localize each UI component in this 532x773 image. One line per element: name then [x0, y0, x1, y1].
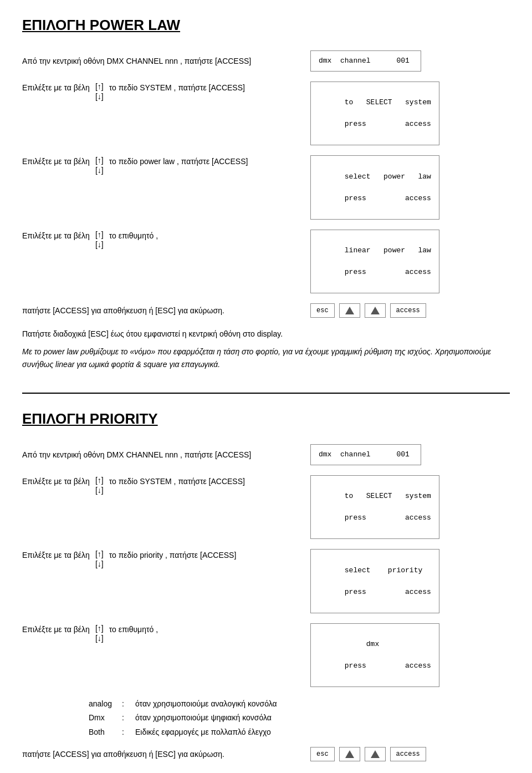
section1-esc-access: esc access: [310, 303, 426, 318]
section1-step1-lcd: to SELECT system press access: [310, 82, 439, 146]
section-power-law: ΕΠΙΛΟΓΗ POWER LAW Από την κεντρική οθόνη…: [22, 17, 510, 370]
section2-step2-action: το πεδίο priority , πατήστε [ACCESS]: [109, 549, 237, 561]
section1-intro-text: Από την κεντρική οθόνη DMX CHANNEL nnn ,…: [22, 57, 310, 65]
section2-triangle-up-btn[interactable]: [339, 747, 360, 761]
section1-triangle-up2-btn[interactable]: [365, 303, 386, 318]
section1-step2-prefix: Επιλέξτε με τα βέλη: [22, 155, 90, 167]
section1-access-btn[interactable]: access: [390, 303, 426, 318]
section1-note2: Με το power law ρυθμίζουμε το «νόμο» που…: [22, 345, 510, 370]
section2-triangle-up-icon: [345, 750, 354, 758]
section2-step1-prefix: Επιλέξτε με τα βέλη: [22, 475, 90, 487]
section2-step1-lcd: to SELECT system press access: [310, 475, 439, 540]
section2-title: ΕΠΙΛΟΓΗ PRIORITY: [22, 410, 510, 428]
section2-esc-access: esc access: [310, 747, 426, 761]
section1-step1: Επιλέξτε με τα βέλη [↑] [↓] το πεδίο SYS…: [22, 82, 510, 146]
section1-step2-arrows: [↑] [↓]: [95, 155, 104, 175]
section2-analog-item-2: Both : Ειδικές εφαρμογές με πολλαπλό έλε…: [89, 725, 510, 739]
section1-step1-prefix: Επιλέξτε με τα βέλη: [22, 82, 90, 94]
triangle-up-icon: [345, 307, 354, 314]
section1-step3-action: το επιθυμητό ,: [109, 230, 158, 242]
section2-step2-prefix: Επιλέξτε με τα βέλη: [22, 549, 90, 561]
section2-triangle-up2-btn[interactable]: [365, 747, 386, 761]
section1-step3: Επιλέξτε με τα βέλη [↑] [↓] το επιθυμητό…: [22, 230, 510, 294]
section1-step1-left: Επιλέξτε με τα βέλη [↑] [↓] το πεδίο SYS…: [22, 82, 310, 101]
section2-analog-item-1: Dmx : όταν χρησιμοποιούμε ψηφιακή κονσόλ…: [89, 711, 510, 725]
section1-step2-left: Επιλέξτε με τα βέλη [↑] [↓] το πεδίο pow…: [22, 155, 310, 175]
section1-triangle-up-btn[interactable]: [339, 303, 360, 318]
section2-analog-list: analog : όταν χρησιμοποιούμε αναλογική κ…: [89, 697, 510, 739]
section1-step3-prefix: Επιλέξτε με τα βέλη: [22, 230, 90, 242]
section2-step3: Επιλέξτε με τα βέλη [↑] [↓] το επιθυμητό…: [22, 623, 510, 688]
section2-step2-lcd: select priority press access: [310, 549, 439, 613]
section1-step2-action: το πεδίο power law , πατήστε [ACCESS]: [109, 155, 248, 167]
triangle-up2-icon: [371, 307, 380, 314]
section1-intro-row: Από την κεντρική οθόνη DMX CHANNEL nnn ,…: [22, 50, 510, 72]
section1-step3-lcd: linear power law press access: [310, 230, 439, 294]
section1-esc-btn[interactable]: esc: [310, 303, 335, 318]
section2-step2-arrows: [↑] [↓]: [95, 549, 104, 569]
section2-access-btn[interactable]: access: [390, 747, 426, 761]
section2-step3-action: το επιθυμητό ,: [109, 623, 158, 635]
section2-step1-arrows: [↑] [↓]: [95, 475, 104, 495]
section2-analog-item-0: analog : όταν χρησιμοποιούμε αναλογική κ…: [89, 697, 510, 711]
section2-dmx-lcd: dmx channel 001: [310, 444, 421, 465]
section2-intro-row: Από την κεντρική οθόνη DMX CHANNEL nnn ,…: [22, 444, 510, 465]
section1-dmx-lcd: dmx channel 001: [310, 50, 421, 72]
section2-esc-btn[interactable]: esc: [310, 747, 335, 761]
section1-step2: Επιλέξτε με τα βέλη [↑] [↓] το πεδίο pow…: [22, 155, 510, 220]
section-divider: [22, 393, 510, 394]
section2-step1: Επιλέξτε με τα βέλη [↑] [↓] το πεδίο SYS…: [22, 475, 510, 540]
section2-step1-action: το πεδίο SYSTEM , πατήστε [ACCESS]: [109, 475, 245, 487]
section2-triangle-up2-icon: [371, 750, 380, 758]
section2-intro-text: Από την κεντρική οθόνη DMX CHANNEL nnn ,…: [22, 450, 310, 459]
section1-step1-arrows: [↑] [↓]: [95, 82, 104, 101]
section2-save-text: πατήστε [ACCESS] για αποθήκευση ή [ESC] …: [22, 750, 310, 759]
section2-step3-left: Επιλέξτε με τα βέλη [↑] [↓] το επιθυμητό…: [22, 623, 310, 643]
section1-note1: Πατήστε διαδοχικά [ESC] έως ότου εμφανισ…: [22, 328, 510, 340]
section1-step3-left: Επιλέξτε με τα βέλη [↑] [↓] το επιθυμητό…: [22, 230, 310, 250]
section2-step3-lcd: dmx press access: [310, 623, 439, 688]
section2-save-row: πατήστε [ACCESS] για αποθήκευση ή [ESC] …: [22, 747, 510, 761]
section1-save-row: πατήστε [ACCESS] για αποθήκευση ή [ESC] …: [22, 303, 510, 318]
section2-step3-prefix: Επιλέξτε με τα βέλη: [22, 623, 90, 635]
section1-title: ΕΠΙΛΟΓΗ POWER LAW: [22, 17, 510, 34]
section2-step3-arrows: [↑] [↓]: [95, 623, 104, 643]
section2-step2-left: Επιλέξτε με τα βέλη [↑] [↓] το πεδίο pri…: [22, 549, 310, 569]
section1-step3-arrows: [↑] [↓]: [95, 230, 104, 250]
section1-save-text: πατήστε [ACCESS] για αποθήκευση ή [ESC] …: [22, 306, 310, 315]
section1-step1-action: το πεδίο SYSTEM , πατήστε [ACCESS]: [109, 82, 245, 94]
section2-step1-left: Επιλέξτε με τα βέλη [↑] [↓] το πεδίο SYS…: [22, 475, 310, 495]
section-priority: ΕΠΙΛΟΓΗ PRIORITY Από την κεντρική οθόνη …: [22, 410, 510, 773]
section1-step2-lcd: select power law press access: [310, 155, 439, 220]
section2-step2: Επιλέξτε με τα βέλη [↑] [↓] το πεδίο pri…: [22, 549, 510, 613]
